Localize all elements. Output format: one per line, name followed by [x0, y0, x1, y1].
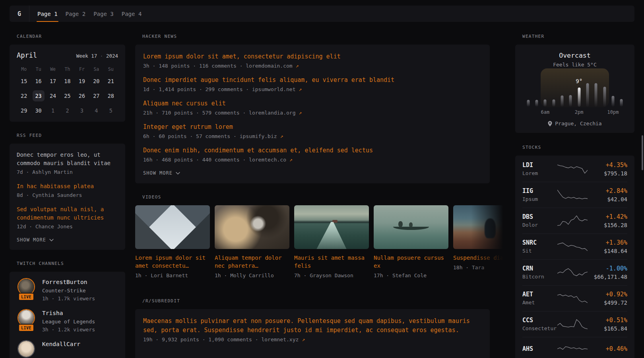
item-meta: 16h · 468 points · 440 comments · loremt… [143, 156, 482, 163]
list-item: Aliquam nec cursus elit21h · 710 points … [143, 99, 482, 117]
calendar-day-number: 25 [61, 90, 73, 101]
stock-row[interactable]: DBSDolor+1.42%$156.28 [522, 208, 627, 233]
video-card[interactable]: Mauris sit amet massa felis7h · Grayson … [294, 205, 369, 278]
video-card[interactable]: Lorem ipsum dolor sit amet consectetu…1h… [135, 205, 210, 278]
video-title-link[interactable]: Suspendisse diam [453, 254, 509, 262]
weather-bar [527, 100, 530, 107]
show-more-button[interactable]: SHOW MORE [17, 237, 118, 243]
show-more-button[interactable]: SHOW MORE [143, 170, 482, 176]
stock-price: $795.18 [588, 170, 627, 177]
calendar-day-number: 18 [61, 76, 73, 87]
subreddit-widget: Maecenas mollis pulvinar erat non posuer… [135, 309, 490, 358]
stock-row[interactable]: LDILorem+4.35%$795.18 [522, 156, 627, 182]
item-title-link[interactable]: Lorem ipsum dolor sit amet, consectetur … [143, 52, 482, 61]
stock-row[interactable]: SNRCSit+1.36%$148.64 [522, 233, 627, 259]
calendar-week-row: 22232425262728 [17, 90, 118, 101]
tab-page-1[interactable]: Page 1 [33, 6, 62, 22]
item-meta: 12d · Chance Jones [17, 223, 118, 230]
stock-ticker: DBS [522, 213, 557, 221]
calendar-week-label: Week 17 [76, 53, 97, 59]
logo[interactable]: G [10, 6, 29, 22]
twitch-channel[interactable]: LIVETrishaLeague of Legends3h · 1.2k vie… [17, 309, 118, 333]
item-title-link[interactable]: Donec enim nibh, condimentum et accumsan… [143, 146, 482, 155]
item-meta-text: 7d · Ashlyn Martin [17, 169, 73, 175]
external-link-icon: ↗ [289, 157, 293, 163]
tab-page-3[interactable]: Page 3 [89, 6, 118, 22]
stock-row[interactable]: IIGIpsum+2.84%$42.04 [522, 182, 627, 208]
item-title-link[interactable]: Integer eget rutrum lorem [143, 123, 482, 132]
stock-values: +2.84%$42.04 [588, 187, 627, 203]
item-title-link[interactable]: Maecenas mollis pulvinar erat non posuer… [143, 317, 482, 335]
rss-section-label: RSS FEED [10, 133, 125, 138]
stock-identity: LDILorem [522, 161, 557, 177]
stock-change: +0.92% [588, 290, 627, 298]
external-link-icon: ↗ [299, 110, 302, 116]
video-meta: 1h · Molly Carrillo [215, 272, 289, 278]
weather-bar [603, 87, 606, 107]
calendar-day: 30 [31, 105, 45, 116]
item-title-link[interactable]: Donec imperdiet augue tincidunt felis al… [143, 76, 482, 85]
stock-change: +2.84% [588, 187, 627, 195]
stock-row[interactable]: CRNBitcorn-1.00%$66,171.48 [522, 259, 627, 285]
video-title-link[interactable]: Aliquam tempor dolor nec pharetra… [215, 254, 289, 270]
calendar-days: 1516171819202122232425262728293012345 [17, 76, 118, 116]
video-meta: 7h · Grayson Dawson [294, 272, 369, 278]
weather-section-label: WEATHER [515, 34, 634, 39]
scrollbar-thumb[interactable] [642, 135, 643, 170]
dashboard: G Page 1Page 2Page 3Page 4 CALENDAR Apri… [0, 0, 644, 358]
twitch-channel[interactable]: KendallCarr [17, 340, 118, 358]
video-title-link[interactable]: Nullam posuere cursus ex [374, 254, 448, 270]
calendar-day: 24 [46, 90, 60, 101]
weather-feels-like: Feels like 5°C [524, 62, 626, 68]
calendar-weekday: Tu [31, 66, 45, 72]
calendar-day-number: 15 [18, 76, 30, 87]
live-badge: LIVE [18, 324, 34, 332]
item-title-link[interactable]: Donec tempor eros leo, ut commodo mauris… [17, 151, 118, 167]
calendar-weekday: Mo [17, 66, 31, 72]
videos-carousel: Lorem ipsum dolor sit amet consectetu…1h… [135, 205, 509, 278]
twitch-channel[interactable]: LIVEForrestBurtonCounter-Strike1h · 1.7k… [17, 278, 118, 302]
item-title-link[interactable]: In hac habitasse platea [17, 182, 118, 191]
weather-bar [544, 99, 547, 107]
rss-widget: Donec tempor eros leo, ut commodo mauris… [10, 144, 125, 250]
weather-hour-ticks: 6am2pm10pm [524, 109, 626, 116]
video-title-link[interactable]: Lorem ipsum dolor sit amet consectetu… [135, 254, 210, 270]
stock-name: Sit [522, 247, 557, 255]
video-card[interactable]: Nullam posuere cursus ex17h · Stefan Col… [374, 205, 448, 278]
item-title-link[interactable]: Aliquam nec cursus elit [143, 99, 482, 108]
stock-name: Bitcorn [522, 273, 557, 280]
video-title-link[interactable]: Mauris sit amet massa felis [294, 254, 369, 270]
weather-bar [586, 83, 589, 107]
list-item: Integer eget rutrum lorem6h · 60 points … [143, 123, 482, 140]
weather-bar [552, 99, 555, 107]
videos-section-label: VIDEOS [135, 195, 490, 200]
tab-page-2[interactable]: Page 2 [62, 6, 90, 22]
stock-row[interactable]: AETAmet+0.92%$499.72 [522, 285, 627, 311]
item-title-link[interactable]: Sed volutpat nulla nisl, a condimentum n… [17, 205, 118, 222]
calendar-day-number: 1 [47, 105, 59, 116]
video-thumbnail [215, 205, 289, 249]
item-meta: 6h · 60 points · 57 comments · ipsumify.… [143, 133, 482, 140]
stock-row[interactable]: AHS+0.46% [522, 337, 627, 358]
weather-bar [561, 95, 564, 107]
stock-name: Amet [522, 299, 557, 306]
middle-column: HACKER NEWS Lorem ipsum dolor sit amet, … [135, 34, 490, 358]
stock-change: +1.36% [588, 239, 627, 247]
calendar-day: 25 [60, 90, 74, 101]
stock-row[interactable]: CCSConsectetur+0.51%$165.84 [522, 311, 627, 337]
weather-location: Prague, Czechia [524, 121, 626, 126]
video-card[interactable]: Suspendisse diam18h · Tara [453, 205, 509, 278]
calendar-day: 18 [60, 76, 74, 87]
calendar-day-number: 26 [76, 90, 88, 101]
video-meta: 18h · Tara [453, 265, 509, 270]
calendar-day-number: 5 [105, 105, 117, 116]
calendar-day: 26 [75, 90, 89, 101]
tab-page-4[interactable]: Page 4 [118, 6, 146, 22]
stock-ticker: AET [522, 290, 557, 298]
video-card[interactable]: Aliquam tempor dolor nec pharetra…1h · M… [215, 205, 289, 278]
avatar-image [18, 341, 34, 357]
calendar-day-number: 16 [33, 76, 45, 87]
stock-price: $66,171.48 [588, 273, 627, 280]
stock-sparkline [557, 214, 588, 228]
stock-name: Dolor [522, 222, 557, 229]
